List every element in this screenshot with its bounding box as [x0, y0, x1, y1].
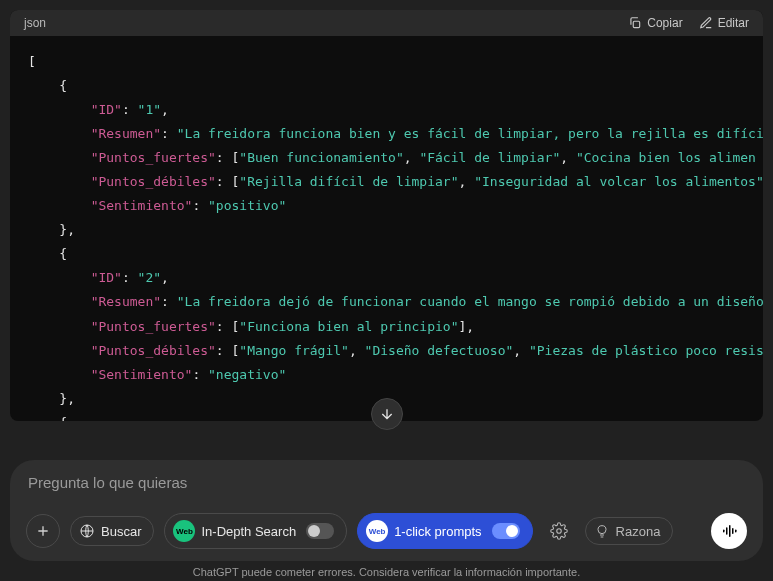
svg-rect-5 — [726, 527, 728, 535]
svg-rect-4 — [723, 530, 725, 533]
globe-icon — [79, 523, 95, 539]
scroll-down-button[interactable] — [371, 398, 403, 430]
edit-label: Editar — [718, 16, 749, 30]
chat-input[interactable]: Pregunta lo que quieras — [26, 474, 747, 513]
oneclick-label: 1-click prompts — [394, 524, 481, 539]
arrow-down-icon — [379, 406, 395, 422]
voice-input-button[interactable] — [711, 513, 747, 549]
input-controls: Buscar Web In-Depth Search Web 1-click p… — [26, 513, 747, 549]
chat-input-area: Pregunta lo que quieras Buscar Web In-De… — [10, 460, 763, 561]
svg-point-3 — [598, 526, 606, 534]
search-web-button[interactable]: Buscar — [70, 516, 154, 546]
attach-button[interactable] — [26, 514, 60, 548]
svg-rect-6 — [729, 525, 731, 537]
indepth-toggle[interactable] — [306, 523, 334, 539]
code-block: json Copiar Editar [ { "ID": "1", "Resum… — [10, 10, 763, 421]
reason-label: Razona — [616, 524, 661, 539]
reason-button[interactable]: Razona — [585, 517, 674, 545]
search-label: Buscar — [101, 524, 141, 539]
copy-label: Copiar — [647, 16, 682, 30]
svg-rect-0 — [634, 21, 640, 27]
code-body[interactable]: [ { "ID": "1", "Resumen": "La freidora f… — [10, 36, 763, 421]
code-actions: Copiar Editar — [628, 16, 749, 30]
web-icon: Web — [173, 520, 195, 542]
code-header: json Copiar Editar — [10, 10, 763, 36]
gear-icon — [550, 522, 568, 540]
indepth-search-button[interactable]: Web In-Depth Search — [164, 513, 347, 549]
svg-rect-8 — [735, 530, 737, 533]
settings-button[interactable] — [543, 515, 575, 547]
indepth-label: In-Depth Search — [201, 524, 296, 539]
disclaimer-text: ChatGPT puede cometer errores. Considera… — [0, 566, 773, 578]
oneclick-prompts-button[interactable]: Web 1-click prompts — [357, 513, 532, 549]
web-icon: Web — [366, 520, 388, 542]
edit-icon — [699, 16, 713, 30]
copy-icon — [628, 16, 642, 30]
edit-button[interactable]: Editar — [699, 16, 749, 30]
svg-point-2 — [556, 529, 561, 534]
copy-button[interactable]: Copiar — [628, 16, 682, 30]
soundwave-icon — [720, 522, 738, 540]
svg-rect-7 — [732, 528, 734, 534]
plus-icon — [35, 523, 51, 539]
oneclick-toggle[interactable] — [492, 523, 520, 539]
code-language: json — [24, 16, 46, 30]
bulb-icon — [594, 523, 610, 539]
